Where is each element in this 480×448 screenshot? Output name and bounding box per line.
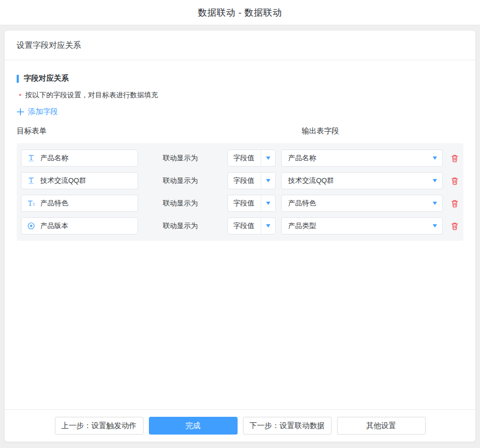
card-title: 设置字段对应关系	[17, 40, 81, 51]
card-footer: 上一步：设置触发动作 完成 下一步：设置联动数据 其他设置	[5, 409, 475, 442]
display-type-value: 字段值	[228, 176, 261, 186]
card-body: 字段对应关系 * 按以下的字段设置，对目标表进行数据填充 添加字段 目标表单 输…	[5, 60, 475, 409]
delete-row-button[interactable]	[450, 176, 459, 186]
chevron-down-icon[interactable]	[261, 150, 275, 166]
plus-icon	[17, 108, 24, 116]
column-header-output: 输出表字段	[302, 126, 339, 136]
chevron-down-icon[interactable]	[261, 173, 275, 189]
output-field-value: 产品特色	[288, 198, 316, 208]
target-field-value: 产品版本	[40, 221, 68, 231]
target-field-input[interactable]: 技术交流QQ群	[21, 172, 138, 189]
add-field-button[interactable]: 添加字段	[17, 106, 58, 117]
section-note: * 按以下的字段设置，对目标表进行数据填充	[17, 90, 463, 100]
target-field-input[interactable]: 产品特色	[21, 195, 138, 212]
display-type-select[interactable]: 字段值	[227, 150, 276, 167]
textarea-icon	[27, 199, 35, 208]
output-field-select[interactable]: 产品名称	[281, 150, 443, 167]
target-field-value: 产品名称	[40, 153, 68, 163]
delete-row-button[interactable]	[450, 222, 459, 231]
display-type-select[interactable]: 字段值	[227, 172, 276, 189]
display-type-value: 字段值	[228, 153, 261, 163]
linkage-label: 联动显示为	[163, 153, 202, 163]
delete-row-button[interactable]	[450, 154, 459, 163]
page-title: 数据联动 - 数据联动	[198, 6, 282, 19]
display-type-select[interactable]: 字段值	[227, 217, 276, 234]
output-field-select[interactable]: 技术交流QQ群	[281, 172, 443, 189]
target-field-input[interactable]: 产品名称	[21, 150, 138, 167]
section-title-text: 字段对应关系	[24, 74, 69, 83]
output-field-value: 产品类型	[288, 221, 316, 231]
field-mapping-row: 技术交流QQ群 联动显示为 字段值 技术交流QQ群	[21, 172, 459, 189]
target-field-input[interactable]: 产品版本	[21, 217, 138, 234]
chevron-down-icon	[433, 179, 437, 182]
other-settings-button[interactable]: 其他设置	[337, 417, 426, 435]
text-input-icon	[27, 154, 35, 162]
prev-step-button[interactable]: 上一步：设置触发动作	[55, 417, 144, 435]
field-mapping-panel: 产品名称 联动显示为 字段值 产品名称	[17, 143, 463, 241]
chevron-down-icon	[433, 157, 437, 160]
top-bar: 数据联动 - 数据联动	[0, 0, 480, 25]
add-field-label: 添加字段	[28, 107, 58, 117]
chevron-down-icon	[433, 224, 437, 227]
display-type-value: 字段值	[228, 198, 261, 208]
delete-row-button[interactable]	[450, 199, 459, 208]
radio-icon	[27, 222, 35, 230]
required-asterisk: *	[19, 92, 22, 100]
settings-card: 设置字段对应关系 字段对应关系 * 按以下的字段设置，对目标表进行数据填充 添加…	[4, 30, 476, 442]
text-input-icon	[27, 176, 35, 185]
linkage-label: 联动显示为	[163, 198, 202, 208]
chevron-down-icon[interactable]	[261, 218, 275, 234]
output-field-value: 产品名称	[288, 153, 316, 163]
chevron-down-icon	[433, 202, 437, 205]
finish-button[interactable]: 完成	[149, 417, 238, 435]
section-accent-bar	[17, 75, 19, 83]
card-header: 设置字段对应关系	[5, 31, 475, 60]
column-header-target: 目标表单	[17, 126, 47, 135]
column-headers: 目标表单 输出表字段	[17, 126, 463, 137]
linkage-label: 联动显示为	[163, 176, 202, 186]
next-step-button[interactable]: 下一步：设置联动数据	[243, 417, 332, 435]
linkage-label: 联动显示为	[163, 221, 202, 231]
output-field-select[interactable]: 产品特色	[281, 195, 443, 212]
field-mapping-row: 产品版本 联动显示为 字段值 产品类型	[21, 217, 459, 234]
field-mapping-row: 产品特色 联动显示为 字段值 产品特色	[21, 195, 459, 212]
field-mapping-row: 产品名称 联动显示为 字段值 产品名称	[21, 150, 459, 167]
output-field-value: 技术交流QQ群	[288, 176, 334, 186]
display-type-select[interactable]: 字段值	[227, 195, 276, 212]
target-field-value: 产品特色	[40, 198, 68, 208]
note-text: 按以下的字段设置，对目标表进行数据填充	[25, 90, 158, 100]
target-field-value: 技术交流QQ群	[40, 176, 86, 186]
output-field-select[interactable]: 产品类型	[281, 217, 443, 234]
section-title: 字段对应关系	[17, 74, 463, 83]
display-type-value: 字段值	[228, 221, 261, 231]
chevron-down-icon[interactable]	[261, 195, 275, 211]
